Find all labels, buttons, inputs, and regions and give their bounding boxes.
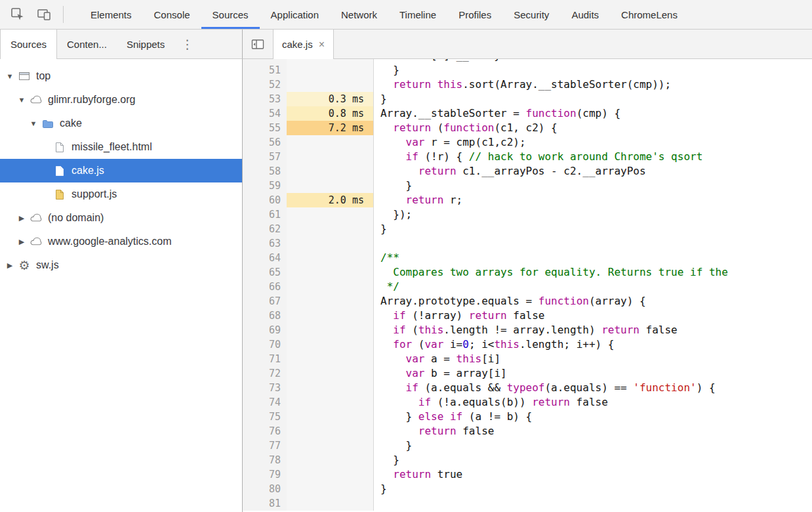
code-text[interactable]: }	[374, 438, 812, 453]
tab-timeline[interactable]: Timeline	[388, 0, 447, 29]
line-number[interactable]: 73	[243, 381, 287, 395]
tree-item-top[interactable]: top	[0, 64, 242, 88]
navigator-tab-sources[interactable]: Sources	[0, 30, 57, 59]
code-text[interactable]: }	[374, 63, 812, 77]
code-text[interactable]: Array.__stableSorter = function(cmp) {	[374, 106, 812, 121]
line-number[interactable]: 51	[243, 63, 287, 77]
tree-item-google-analytics[interactable]: www.google-analytics.com	[0, 230, 242, 253]
code-text[interactable]: if (!r) { // hack to work around Chrome'…	[374, 150, 812, 164]
line-number[interactable]: 70	[243, 337, 287, 352]
code-text[interactable]: }	[374, 179, 812, 193]
code-editor[interactable]: 50 this[i].__arrayPos = i51 }52 return t…	[243, 59, 812, 512]
code-text[interactable]	[374, 496, 812, 511]
code-text[interactable]: return (function(c1, c2) {	[374, 121, 812, 135]
tree-item-cake-folder[interactable]: cake	[0, 112, 242, 135]
line-number[interactable]: 68	[243, 309, 287, 323]
line-number[interactable]: 57	[243, 150, 287, 164]
line-number[interactable]: 75	[243, 410, 287, 424]
line-number[interactable]: 80	[243, 482, 287, 496]
code-text[interactable]: return r;	[374, 193, 812, 207]
code-text[interactable]: } else if (a != b) {	[374, 410, 812, 424]
code-text[interactable]: Compares two arrays for equality. Return…	[374, 265, 812, 280]
code-text[interactable]: }	[374, 92, 812, 106]
profile-time: 0.3 ms	[287, 92, 374, 106]
code-text[interactable]: }	[374, 453, 812, 467]
code-text[interactable]: if (a.equals && typeof(a.equals) == 'fun…	[374, 381, 812, 395]
tree-item-glimr-rubyforge-org[interactable]: glimr.rubyforge.org	[0, 88, 242, 112]
navigator-tab-content-scripts[interactable]: Conten...	[57, 30, 117, 58]
code-text[interactable]: return this.sort(Array.__stableSorter(cm…	[374, 77, 812, 92]
line-number[interactable]: 54	[243, 106, 287, 121]
line-number[interactable]: 69	[243, 323, 287, 337]
line-number[interactable]: 66	[243, 280, 287, 294]
code-text[interactable]: return c1.__arrayPos - c2.__arrayPos	[374, 164, 812, 179]
navigator-tab-snippets[interactable]: Snippets	[117, 30, 174, 58]
line-number[interactable]: 72	[243, 366, 287, 381]
tree-item-no-domain[interactable]: (no domain)	[0, 206, 242, 230]
tab-console[interactable]: Console	[143, 0, 201, 29]
line-number[interactable]: 63	[243, 236, 287, 251]
code-text[interactable]: return true	[374, 467, 812, 482]
code-text[interactable]: if (this.length != array.length) return …	[374, 323, 812, 337]
line-number[interactable]: 64	[243, 251, 287, 265]
line-number[interactable]: 52	[243, 77, 287, 92]
overflow-menu-icon[interactable]: ⋮	[174, 30, 200, 58]
code-text[interactable]: var a = this[i]	[374, 352, 812, 366]
code-text[interactable]: }	[374, 222, 812, 236]
code-text[interactable]: /**	[374, 251, 812, 265]
line-number[interactable]: 53	[243, 92, 287, 106]
close-tab-icon[interactable]: ×	[319, 39, 325, 50]
tab-security[interactable]: Security	[502, 0, 560, 29]
code-text[interactable]: }	[374, 482, 812, 496]
device-toolbar-icon[interactable]	[33, 5, 55, 24]
editor-tab-cakejs[interactable]: cake.js ×	[273, 30, 334, 59]
line-number[interactable]: 81	[243, 496, 287, 511]
line-number[interactable]: 56	[243, 135, 287, 150]
line-number[interactable]: 77	[243, 438, 287, 453]
code-text[interactable]: */	[374, 280, 812, 294]
code-text[interactable]	[374, 236, 812, 251]
tab-sources[interactable]: Sources	[201, 0, 260, 29]
tree-item-support-js[interactable]: support.js	[0, 182, 242, 206]
line-number[interactable]: 60	[243, 193, 287, 207]
expand-arrow-icon[interactable]	[16, 96, 28, 104]
expand-arrow-icon[interactable]	[4, 261, 16, 270]
code-text[interactable]: Array.prototype.equals = function(array)…	[374, 294, 812, 309]
code-text[interactable]: if (!a.equals(b)) return false	[374, 395, 812, 410]
expand-arrow-icon[interactable]	[28, 119, 39, 127]
tree-item-missile-fleet-html[interactable]: missile_fleet.html	[0, 135, 242, 159]
code-text[interactable]: if (!array) return false	[374, 309, 812, 323]
code-text[interactable]: });	[374, 207, 812, 222]
line-number[interactable]: 78	[243, 453, 287, 467]
line-number[interactable]: 62	[243, 222, 287, 236]
expand-arrow-icon[interactable]	[16, 238, 28, 246]
tab-network[interactable]: Network	[330, 0, 388, 29]
tab-chromelens[interactable]: ChromeLens	[610, 0, 689, 29]
tree-item-cake-js[interactable]: cake.js	[0, 159, 242, 182]
code-text[interactable]: var b = array[i]	[374, 366, 812, 381]
line-number[interactable]: 79	[243, 467, 287, 482]
code-text[interactable]: return false	[374, 424, 812, 438]
tab-elements[interactable]: Elements	[79, 0, 143, 29]
line-number[interactable]: 74	[243, 395, 287, 410]
inspect-element-icon[interactable]	[7, 5, 29, 24]
tab-audits[interactable]: Audits	[560, 0, 610, 29]
profile-time: 2.0 ms	[287, 193, 374, 207]
tab-profiles[interactable]: Profiles	[447, 0, 502, 29]
line-number[interactable]: 59	[243, 179, 287, 193]
expand-arrow-icon[interactable]	[16, 214, 28, 223]
line-number[interactable]: 55	[243, 121, 287, 135]
line-number[interactable]: 76	[243, 424, 287, 438]
line-number[interactable]: 65	[243, 265, 287, 280]
line-number[interactable]: 67	[243, 294, 287, 309]
profile-time	[287, 482, 374, 496]
code-text[interactable]: for (var i=0; i<this.length; i++) {	[374, 337, 812, 352]
line-number[interactable]: 61	[243, 207, 287, 222]
tree-item-sw-js[interactable]: ⚙ sw.js	[0, 253, 242, 277]
tab-application[interactable]: Application	[260, 0, 330, 29]
navigator-toggle-icon[interactable]	[243, 30, 273, 58]
line-number[interactable]: 71	[243, 352, 287, 366]
expand-arrow-icon[interactable]	[4, 72, 16, 80]
line-number[interactable]: 58	[243, 164, 287, 179]
code-text[interactable]: var r = cmp(c1,c2);	[374, 135, 812, 150]
